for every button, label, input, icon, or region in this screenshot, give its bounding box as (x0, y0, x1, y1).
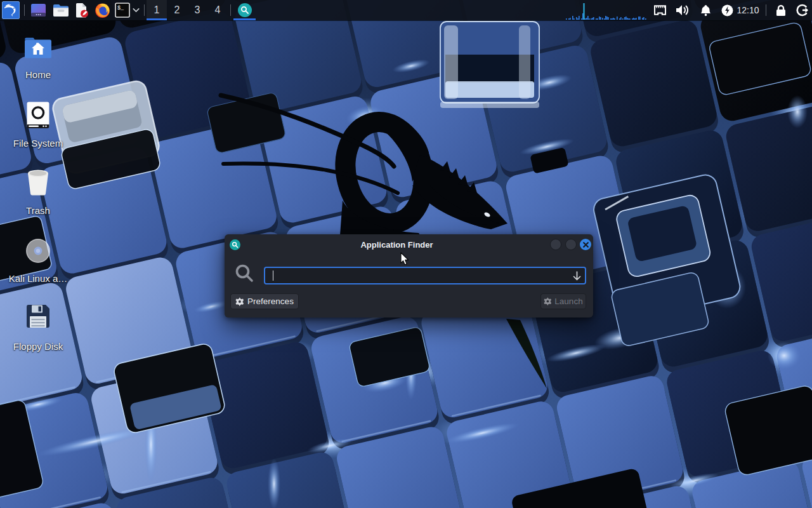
svg-text:$_: $_ (117, 5, 124, 11)
